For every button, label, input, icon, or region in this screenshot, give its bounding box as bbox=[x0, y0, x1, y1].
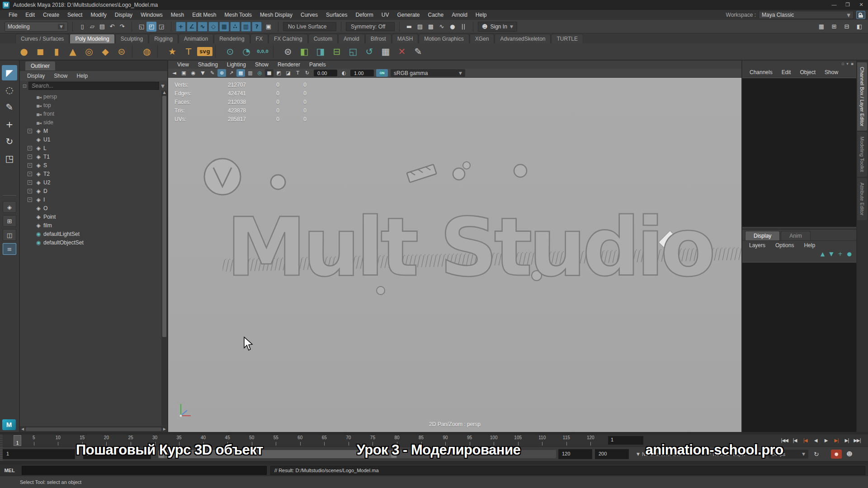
viewport-menu-item[interactable]: Panels bbox=[305, 61, 330, 69]
playback-end-field[interactable]: 120 bbox=[558, 449, 592, 459]
animation-end-field[interactable]: 200 bbox=[595, 449, 629, 459]
shelf-tool-icon[interactable]: ★ bbox=[165, 44, 180, 59]
sidebar-vertical-tab[interactable]: Attribute Editor bbox=[857, 178, 867, 220]
shelf-tool-icon[interactable] bbox=[157, 45, 162, 58]
sidebar-toggle-icon[interactable]: ▦ bbox=[816, 22, 826, 32]
color-space-dropdown[interactable]: sRGB gamma ▼ bbox=[391, 69, 465, 77]
viewport-canvas[interactable]: Mult Studio Verts: 212707 0 0 Edges: bbox=[168, 78, 741, 432]
expand-toggle-icon[interactable] bbox=[26, 145, 33, 150]
viewport-tool-icon[interactable]: ⊕ bbox=[217, 69, 226, 77]
menu-item[interactable]: Edit Mesh bbox=[188, 10, 220, 20]
playback-button[interactable]: ◀ bbox=[811, 436, 820, 445]
viewport-tool-icon[interactable]: ◉ bbox=[189, 69, 198, 77]
outliner-tab[interactable]: Outliner bbox=[25, 61, 55, 70]
tool-button[interactable]: ✎ bbox=[2, 99, 17, 115]
character-set-dropdown[interactable]: ▼ No Character Set bbox=[637, 451, 680, 457]
tool-button[interactable]: + bbox=[2, 117, 17, 132]
channel-box-mini-icon[interactable]: ▾ bbox=[846, 61, 849, 67]
scroll-left-icon[interactable]: ◀ bbox=[21, 427, 24, 431]
viewport-menu-item[interactable]: View bbox=[173, 61, 193, 69]
shelf-tab[interactable]: XGen bbox=[470, 34, 495, 43]
tool-button[interactable]: ◌ bbox=[2, 82, 17, 98]
shelf-tab[interactable]: Poly Modeling bbox=[70, 34, 114, 43]
sidebar-vertical-tab[interactable]: Modeling Toolkit bbox=[857, 132, 867, 177]
snap-icon[interactable]: ▦ bbox=[219, 22, 229, 32]
menu-item[interactable]: Mesh Tools bbox=[221, 10, 256, 20]
shelf-tab[interactable]: Rendering bbox=[214, 34, 250, 43]
menu-item[interactable]: Edit bbox=[21, 10, 39, 20]
scroll-up-icon[interactable]: ▲ bbox=[161, 90, 167, 94]
shelf-tab[interactable]: Curves / Surfaces bbox=[15, 34, 69, 43]
menu-set-dropdown[interactable]: Modeling ▼ bbox=[5, 22, 68, 32]
sidebar-vertical-tab[interactable]: Channel Box / Layer Editor bbox=[857, 62, 867, 131]
viewport-tool-icon[interactable]: ▥ bbox=[246, 69, 255, 77]
viewport-tool-icon[interactable]: ◄ bbox=[170, 69, 179, 77]
tool-button[interactable]: ◳ bbox=[2, 151, 17, 166]
shelf-tool-icon[interactable]: ● bbox=[16, 44, 32, 59]
outliner-horizontal-scrollbar[interactable]: ◀ ▶ bbox=[20, 426, 167, 432]
outliner-item[interactable]: side bbox=[20, 118, 161, 127]
outliner-item[interactable]: defaultObjectSet bbox=[20, 238, 161, 247]
file-icon[interactable]: ▯ bbox=[77, 22, 87, 32]
shelf-tab[interactable]: TURTLE bbox=[551, 34, 583, 43]
viewport-tool-icon[interactable]: ✎ bbox=[208, 69, 217, 77]
viewport-menu-item[interactable]: Renderer bbox=[273, 61, 305, 69]
file-icon[interactable]: ▤ bbox=[97, 22, 107, 32]
outliner-item[interactable]: D bbox=[20, 187, 161, 195]
outliner-item[interactable]: U1 bbox=[20, 135, 161, 144]
snap-icon[interactable]: ▥ bbox=[241, 22, 251, 32]
playback-button[interactable]: |◀ bbox=[790, 436, 799, 445]
render-icon[interactable]: ● bbox=[448, 22, 458, 32]
outliner-item[interactable]: Point bbox=[20, 212, 161, 221]
current-frame-field[interactable]: 1 bbox=[608, 436, 643, 445]
range-slider-selected[interactable]: 1 120 bbox=[158, 450, 397, 458]
shelf-tool-icon[interactable]: ▮ bbox=[49, 44, 64, 59]
outliner-item[interactable]: U2 bbox=[20, 178, 161, 187]
range-start-handle[interactable] bbox=[159, 450, 164, 458]
mel-input[interactable] bbox=[22, 466, 267, 475]
playback-button[interactable]: ▶| bbox=[832, 436, 841, 445]
shelf-tool-icon[interactable] bbox=[215, 45, 220, 58]
shelf-tab[interactable]: Custom bbox=[308, 34, 338, 43]
shelf-tool-icon[interactable] bbox=[132, 45, 137, 58]
layer-editor-menu-item[interactable]: Help bbox=[800, 242, 819, 249]
viewport-tool-icon[interactable]: T bbox=[293, 69, 302, 77]
shelf-tool-icon[interactable]: ✕ bbox=[394, 44, 410, 59]
outliner-item[interactable]: S bbox=[20, 161, 161, 169]
channel-box-mini-icon[interactable]: ▫ bbox=[841, 61, 844, 67]
shelf-tool-icon[interactable]: ◧ bbox=[297, 44, 312, 59]
shelf-tool-icon[interactable]: ◆ bbox=[98, 44, 113, 59]
shelf-tool-icon[interactable]: ▲ bbox=[65, 44, 80, 59]
menu-item[interactable]: Cache bbox=[424, 10, 448, 20]
shelf-tool-icon[interactable]: svg bbox=[197, 44, 212, 59]
sidebar-toggle-icon[interactable]: ⊟ bbox=[842, 22, 852, 32]
menu-item[interactable]: Curves bbox=[297, 10, 322, 20]
playback-button[interactable]: |◀◀ bbox=[780, 436, 789, 445]
animation-start-field[interactable]: 1 bbox=[3, 449, 75, 459]
channel-box-empty-area[interactable] bbox=[742, 78, 856, 227]
auto-keyframe-button[interactable]: ● bbox=[831, 450, 842, 459]
shelf-tool-icon[interactable] bbox=[273, 45, 278, 58]
outliner-item[interactable]: film bbox=[20, 221, 161, 230]
live-surface-field[interactable]: No Live Surface bbox=[283, 22, 336, 31]
expand-toggle-icon[interactable] bbox=[26, 128, 33, 133]
layer-editor-tab[interactable]: Display bbox=[745, 231, 780, 240]
file-icon[interactable]: ↷ bbox=[117, 22, 127, 32]
render-icon[interactable]: ▩ bbox=[426, 22, 436, 32]
render-icon[interactable]: ▬ bbox=[404, 22, 414, 32]
snap-icon[interactable]: + bbox=[176, 22, 186, 32]
close-button[interactable]: ✕ bbox=[854, 0, 868, 10]
search-input[interactable]: Search... bbox=[28, 82, 159, 90]
menu-item[interactable]: Select bbox=[63, 10, 86, 20]
menu-item[interactable]: Surfaces bbox=[322, 10, 351, 20]
outliner-menu-item[interactable]: Display bbox=[24, 72, 48, 80]
symmetry-field[interactable]: Symmetry: Off bbox=[346, 22, 395, 31]
shelf-tool-icon[interactable]: T bbox=[181, 44, 196, 59]
viewport-tool-icon[interactable]: ▼ bbox=[198, 69, 207, 77]
viewport-tool-icon[interactable]: ◪ bbox=[284, 69, 292, 77]
layer-editor-menu-item[interactable]: Options bbox=[771, 242, 798, 249]
menu-item[interactable]: Mesh Display bbox=[256, 10, 297, 20]
shelf-tool-icon[interactable]: ◱ bbox=[345, 44, 361, 59]
menu-item[interactable]: Display bbox=[111, 10, 137, 20]
playback-button[interactable]: ▶▶| bbox=[853, 436, 862, 445]
